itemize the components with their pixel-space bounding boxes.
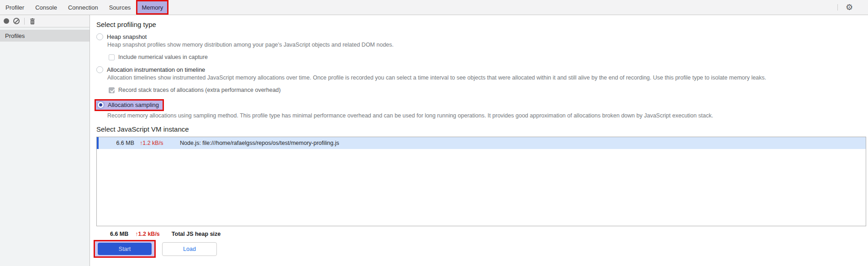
tab-sources[interactable]: Sources bbox=[104, 0, 137, 15]
tabbar-spacer bbox=[168, 0, 834, 15]
vm-instance-name: Node.js: file:///home/rafaelgss/repos/os… bbox=[180, 140, 339, 146]
tab-console[interactable]: Console bbox=[30, 0, 63, 15]
devtools-tab-bar: Profiler Console Connection Sources Memo… bbox=[0, 0, 868, 15]
radio-icon[interactable] bbox=[96, 66, 103, 73]
option-description: Allocation timelines show instrumented J… bbox=[107, 74, 868, 81]
sidebar-item-profiles[interactable]: Profiles bbox=[0, 30, 89, 42]
profiles-list: Profiles bbox=[0, 27, 89, 266]
profiles-sidebar: Profiles bbox=[0, 15, 90, 266]
tabbar-divider bbox=[837, 4, 838, 11]
profiling-type-title: Select profiling type bbox=[96, 21, 868, 28]
annotation-box-allocation-sampling[interactable]: Allocation sampling bbox=[95, 99, 164, 111]
toolbar-divider bbox=[24, 18, 25, 25]
tab-profiler[interactable]: Profiler bbox=[0, 0, 30, 15]
vm-alloc-rate: ↑1.2 kB/s bbox=[140, 140, 170, 146]
gear-icon[interactable]: ⚙ bbox=[842, 0, 857, 15]
checkbox-record-stack-traces[interactable]: Record stack traces of allocations (extr… bbox=[109, 87, 868, 93]
total-alloc-rate: ↑1.2 kB/s bbox=[135, 231, 160, 237]
checkbox-icon[interactable] bbox=[109, 54, 115, 60]
radio-option-heap-snapshot[interactable]: Heap snapshot bbox=[96, 33, 868, 40]
option-description: Record memory allocations using sampling… bbox=[107, 112, 868, 119]
vm-instance-list[interactable]: 6.6 MB ↑1.2 kB/s Node.js: file:///home/r… bbox=[96, 137, 866, 226]
clear-icon[interactable] bbox=[13, 18, 20, 24]
tab-memory[interactable]: Memory bbox=[136, 0, 168, 15]
radio-option-allocation-timeline[interactable]: Allocation instrumentation on timeline bbox=[96, 66, 868, 73]
start-button[interactable]: Start bbox=[98, 243, 152, 255]
vm-instance-row[interactable]: 6.6 MB ↑1.2 kB/s Node.js: file:///home/r… bbox=[97, 137, 866, 149]
checkbox-icon[interactable] bbox=[109, 87, 115, 93]
checkbox-label: Include numerical values in capture bbox=[118, 54, 208, 60]
app-body: Profiles Select profiling type Heap snap… bbox=[0, 15, 868, 266]
annotation-box-start: Start bbox=[94, 240, 156, 258]
checkbox-label: Record stack traces of allocations (extr… bbox=[118, 87, 281, 93]
option-description: Heap snapshot profiles show memory distr… bbox=[107, 42, 868, 48]
memory-panel: Select profiling type Heap snapshot Heap… bbox=[90, 15, 868, 266]
checkbox-include-numerical-values[interactable]: Include numerical values in capture bbox=[109, 54, 868, 60]
option-label: Heap snapshot bbox=[107, 33, 147, 40]
load-button[interactable]: Load bbox=[162, 242, 217, 256]
option-label: Allocation instrumentation on timeline bbox=[107, 66, 205, 73]
record-icon[interactable] bbox=[4, 18, 9, 24]
action-buttons: Start Load bbox=[96, 240, 868, 258]
profiles-toolbar bbox=[0, 15, 89, 27]
total-heap-label: Total JS heap size bbox=[172, 231, 221, 237]
heap-total-row: 6.6 MB ↑1.2 kB/s Total JS heap size bbox=[96, 231, 868, 237]
option-label: Allocation sampling bbox=[108, 101, 159, 108]
vm-instance-title: Select JavaScript VM instance bbox=[96, 125, 868, 133]
tab-connection[interactable]: Connection bbox=[63, 0, 104, 15]
radio-option-allocation-sampling-row: Allocation sampling bbox=[96, 99, 868, 111]
trash-icon[interactable] bbox=[29, 18, 36, 25]
radio-icon-selected[interactable] bbox=[97, 101, 104, 108]
radio-icon[interactable] bbox=[96, 33, 103, 40]
total-heap-size: 6.6 MB bbox=[110, 231, 128, 237]
vm-heap-size: 6.6 MB bbox=[99, 140, 134, 146]
